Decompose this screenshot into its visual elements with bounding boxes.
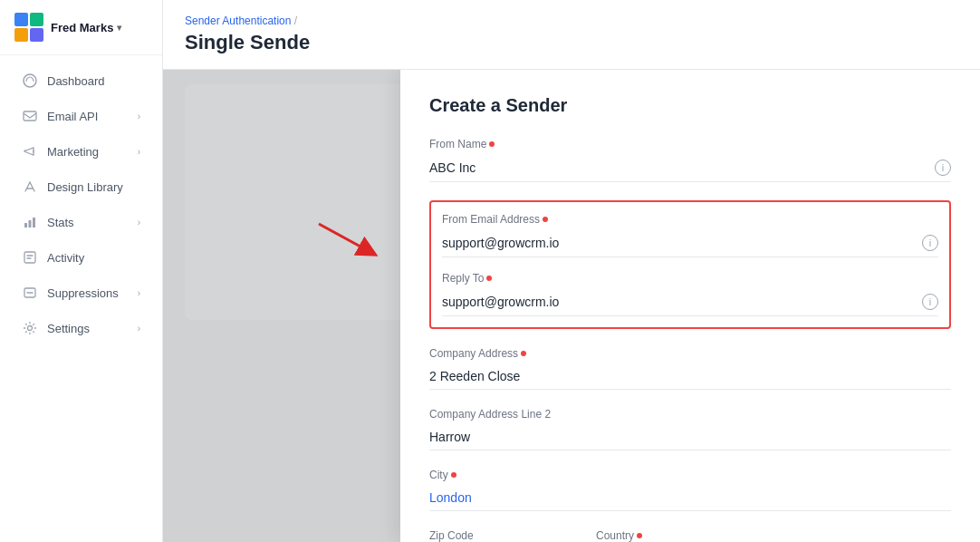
- sidebar: Fred Marks ▾ Dashboard Email API › Marke…: [0, 0, 163, 542]
- dashboard-icon: [22, 73, 38, 89]
- reply-to-label: Reply To: [442, 272, 938, 285]
- country-group: Country United Kingdom ▾: [596, 529, 951, 542]
- sidebar-item-suppressions[interactable]: Suppressions ›: [7, 276, 155, 310]
- country-label: Country: [596, 529, 951, 542]
- breadcrumb: Sender Authentication /: [185, 15, 958, 27]
- svg-rect-2: [14, 28, 28, 42]
- modal-panel: Create a Sender From Name ABC Inc i: [400, 70, 980, 542]
- sidebar-item-email-api[interactable]: Email API ›: [7, 99, 155, 133]
- marketing-icon: [22, 143, 38, 160]
- svg-rect-3: [30, 28, 43, 42]
- svg-point-4: [24, 74, 36, 87]
- company-address2-group: Company Address Line 2 Harrow: [429, 408, 951, 450]
- user-menu-chevron: ▾: [117, 23, 121, 33]
- svg-rect-7: [29, 220, 32, 227]
- sidebar-item-dashboard-label: Dashboard: [47, 74, 105, 88]
- sidebar-item-design-library-label: Design Library: [47, 180, 123, 194]
- page-body: Create a Sender From Name ABC Inc i: [163, 70, 980, 542]
- modal-title: Create a Sender: [429, 95, 951, 116]
- company-address-group: Company Address 2 Reeden Close: [429, 347, 951, 390]
- svg-rect-5: [24, 111, 36, 121]
- city-group: City London: [429, 469, 951, 511]
- suppressions-chevron: ›: [138, 288, 140, 298]
- sidebar-header[interactable]: Fred Marks ▾: [0, 0, 162, 55]
- activity-icon: [22, 249, 38, 266]
- page-title: Single Sende: [185, 31, 958, 54]
- sidebar-item-stats-label: Stats: [47, 216, 74, 229]
- sidebar-item-marketing[interactable]: Marketing ›: [7, 134, 155, 169]
- svg-rect-9: [24, 252, 35, 263]
- reply-to-group: Reply To support@growcrm.io i: [442, 272, 938, 316]
- company-address-label: Company Address: [429, 347, 951, 360]
- stats-icon: [22, 214, 38, 230]
- city-required: [451, 472, 456, 478]
- highlighted-email-box: From Email Address support@growcrm.io i: [429, 200, 951, 329]
- settings-icon: [22, 320, 38, 336]
- modal-overlay: Create a Sender From Name ABC Inc i: [163, 70, 980, 542]
- reply-to-value[interactable]: support@growcrm.io i: [442, 288, 938, 316]
- suppressions-icon: [22, 285, 38, 301]
- from-email-info-icon[interactable]: i: [922, 235, 938, 251]
- svg-rect-6: [24, 223, 27, 227]
- from-name-value[interactable]: ABC Inc i: [429, 154, 951, 182]
- email-api-icon: [22, 108, 38, 124]
- breadcrumb-separator: /: [294, 15, 297, 27]
- sidebar-item-settings[interactable]: Settings ›: [7, 311, 155, 345]
- from-name-required: [489, 141, 495, 147]
- sidebar-item-activity-label: Activity: [47, 251, 84, 265]
- sidebar-item-settings-label: Settings: [47, 322, 90, 335]
- reply-to-info-icon[interactable]: i: [922, 294, 938, 310]
- sidebar-item-activity[interactable]: Activity: [7, 240, 155, 275]
- svg-rect-8: [33, 218, 35, 227]
- sidebar-item-suppressions-label: Suppressions: [47, 286, 119, 300]
- city-label: City: [429, 469, 951, 481]
- svg-rect-1: [30, 13, 43, 26]
- city-value[interactable]: London: [429, 485, 951, 511]
- sidebar-item-marketing-label: Marketing: [47, 145, 99, 159]
- sidebar-item-dashboard[interactable]: Dashboard: [7, 63, 155, 98]
- sidebar-item-email-api-label: Email API: [47, 110, 98, 123]
- sidebar-item-stats[interactable]: Stats ›: [7, 205, 155, 239]
- sidebar-user-name[interactable]: Fred Marks ▾: [51, 21, 121, 34]
- sidebar-item-design-library[interactable]: Design Library: [7, 169, 155, 204]
- page-header: Sender Authentication / Single Sende: [163, 0, 980, 70]
- company-address2-value[interactable]: Harrow: [429, 424, 951, 450]
- company-address-value[interactable]: 2 Reeden Close: [429, 363, 951, 390]
- logo-icon: [14, 13, 43, 42]
- country-required: [637, 533, 642, 538]
- from-email-value[interactable]: support@growcrm.io i: [442, 229, 938, 257]
- from-email-label: From Email Address: [442, 213, 938, 226]
- zip-group: Zip Code A12 34G: [429, 529, 574, 542]
- from-email-required: [543, 217, 548, 222]
- company-address2-label: Company Address Line 2: [429, 408, 951, 421]
- breadcrumb-link[interactable]: Sender Authentication: [185, 15, 291, 27]
- main-area: Sender Authentication / Single Sende: [163, 0, 980, 542]
- from-email-group: From Email Address support@growcrm.io i: [442, 213, 938, 257]
- from-name-group: From Name ABC Inc i: [429, 138, 951, 182]
- svg-rect-0: [14, 13, 28, 26]
- email-api-chevron: ›: [138, 111, 140, 121]
- reply-to-required: [486, 276, 492, 281]
- zip-label: Zip Code: [429, 529, 574, 542]
- marketing-chevron: ›: [138, 147, 140, 157]
- stats-chevron: ›: [138, 218, 140, 227]
- company-address-required: [521, 351, 526, 356]
- design-library-icon: [22, 179, 38, 195]
- from-name-label: From Name: [429, 138, 951, 150]
- arrow-annotation: [310, 215, 382, 273]
- zip-country-row: Zip Code A12 34G Country: [429, 529, 951, 542]
- settings-chevron: ›: [138, 324, 140, 334]
- from-name-info-icon[interactable]: i: [935, 160, 951, 176]
- content-background: Sender Authentication / Single Sende: [163, 0, 980, 542]
- sidebar-nav: Dashboard Email API › Marketing › Design…: [0, 55, 162, 542]
- svg-point-11: [28, 326, 33, 331]
